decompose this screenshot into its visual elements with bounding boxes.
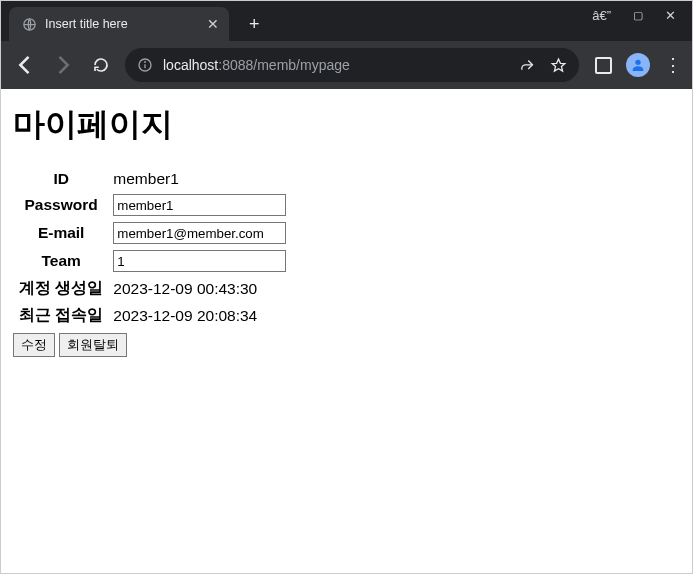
toolbar-right: ⋮: [589, 53, 682, 77]
tab-title: Insert title here: [45, 17, 199, 31]
value-id: member1: [109, 167, 290, 191]
label-id: ID: [13, 167, 109, 191]
maximize-icon[interactable]: ▢: [633, 10, 643, 21]
mypage-form-table: ID member1 Password E-mail Team 계정 생성일 2…: [13, 167, 290, 329]
password-field[interactable]: [113, 194, 286, 216]
tab-strip: Insert title here ✕ +: [1, 1, 270, 41]
row-lastlogin: 최근 접속일 2023-12-09 20:08:34: [13, 302, 290, 329]
titlebar: Insert title here ✕ + â€” ▢ ✕: [1, 1, 692, 41]
kebab-menu-icon[interactable]: ⋮: [664, 54, 682, 76]
new-tab-button[interactable]: +: [239, 8, 270, 41]
browser-tab[interactable]: Insert title here ✕: [9, 7, 229, 41]
svg-point-3: [145, 62, 146, 63]
team-field[interactable]: [113, 250, 286, 272]
row-password: Password: [13, 191, 290, 219]
profile-avatar-icon[interactable]: [626, 53, 650, 77]
window-controls: â€” ▢ ✕: [576, 1, 692, 22]
email-field[interactable]: [113, 222, 286, 244]
value-created: 2023-12-09 00:43:30: [109, 275, 290, 302]
site-info-icon[interactable]: [137, 57, 153, 73]
label-password: Password: [13, 191, 109, 219]
label-created: 계정 생성일: [13, 275, 109, 302]
row-id: ID member1: [13, 167, 290, 191]
row-team: Team: [13, 247, 290, 275]
svg-point-5: [635, 60, 640, 65]
value-lastlogin: 2023-12-09 20:08:34: [109, 302, 290, 329]
row-email: E-mail: [13, 219, 290, 247]
svg-marker-4: [552, 59, 565, 71]
browser-window: Insert title here ✕ + â€” ▢ ✕ localhost:…: [0, 0, 693, 574]
forward-button[interactable]: [49, 51, 77, 79]
url-text: localhost:8088/memb/mypage: [163, 57, 509, 73]
globe-icon: [21, 16, 37, 32]
close-tab-icon[interactable]: ✕: [207, 17, 219, 31]
toolbar: localhost:8088/memb/mypage ⋮: [1, 41, 692, 89]
label-team: Team: [13, 247, 109, 275]
minimize-icon[interactable]: â€”: [592, 9, 611, 22]
address-bar[interactable]: localhost:8088/memb/mypage: [125, 48, 579, 82]
row-created: 계정 생성일 2023-12-09 00:43:30: [13, 275, 290, 302]
addrbar-actions: [519, 57, 567, 74]
withdraw-button[interactable]: 회원탈퇴: [59, 333, 127, 357]
label-email: E-mail: [13, 219, 109, 247]
bookmark-star-icon[interactable]: [550, 57, 567, 74]
close-window-icon[interactable]: ✕: [665, 9, 676, 22]
share-icon[interactable]: [519, 57, 536, 74]
edit-button[interactable]: 수정: [13, 333, 55, 357]
back-button[interactable]: [11, 51, 39, 79]
page-title: 마이페이지: [13, 103, 680, 147]
page-content: 마이페이지 ID member1 Password E-mail Team 계정…: [1, 89, 692, 573]
extensions-icon[interactable]: [595, 57, 612, 74]
label-lastlogin: 최근 접속일: [13, 302, 109, 329]
reload-button[interactable]: [87, 51, 115, 79]
button-row: 수정 회원탈퇴: [13, 333, 680, 357]
